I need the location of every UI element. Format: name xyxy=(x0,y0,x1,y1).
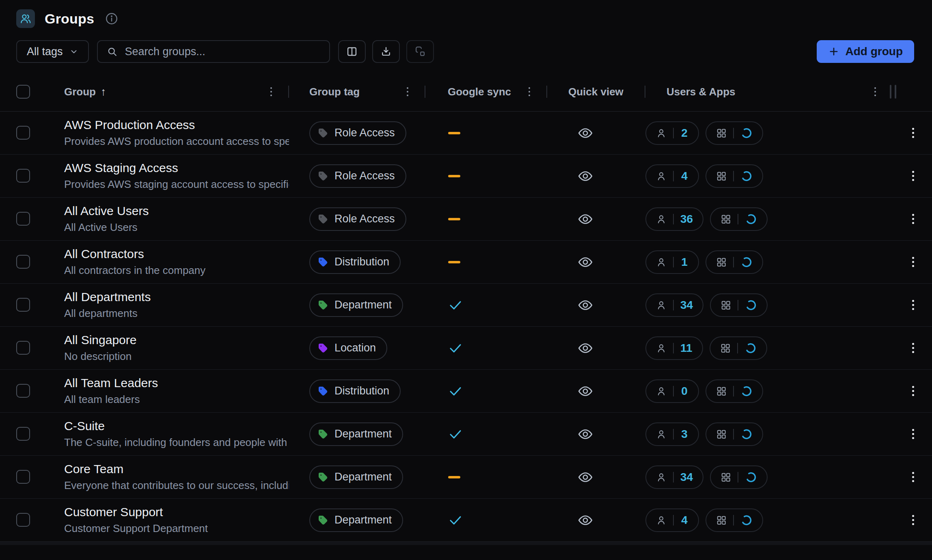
users-count-pill[interactable]: 0 xyxy=(645,379,699,403)
quick-view-eye-icon[interactable] xyxy=(578,256,593,268)
row-checkbox[interactable] xyxy=(16,169,30,183)
quick-view-eye-icon[interactable] xyxy=(578,213,593,225)
column-header-users-apps[interactable]: Users & Apps xyxy=(645,72,932,111)
manage-columns-button[interactable] xyxy=(338,40,366,63)
users-count-pill[interactable]: 4 xyxy=(645,164,699,188)
row-checkbox[interactable] xyxy=(16,470,30,484)
quick-view-eye-icon[interactable] xyxy=(578,386,593,397)
row-actions-menu-button[interactable] xyxy=(909,297,917,313)
row-checkbox[interactable] xyxy=(16,298,30,312)
row-checkbox[interactable] xyxy=(16,126,30,140)
quick-view-eye-icon[interactable] xyxy=(578,127,593,139)
row-actions-menu-button[interactable] xyxy=(909,254,917,270)
group-tag-pill[interactable]: Department xyxy=(309,465,403,489)
table-row[interactable]: C-Suite The C-suite, including founders … xyxy=(0,413,932,456)
group-tag-pill[interactable]: Role Access xyxy=(309,207,406,231)
row-checkbox[interactable] xyxy=(16,212,30,226)
users-count-pill[interactable]: 11 xyxy=(645,336,703,360)
quick-view-eye-icon[interactable] xyxy=(578,472,593,483)
group-tag-pill[interactable]: Department xyxy=(309,293,403,317)
quick-view-eye-icon[interactable] xyxy=(578,170,593,182)
column-header-group[interactable]: Group ↑ xyxy=(48,72,289,111)
group-tag-pill[interactable]: Role Access xyxy=(309,121,406,145)
row-checkbox[interactable] xyxy=(16,341,30,355)
group-cell[interactable]: Core Team Everyone that contributes to o… xyxy=(48,462,289,492)
users-count-pill[interactable]: 3 xyxy=(645,422,699,446)
quick-view-eye-icon[interactable] xyxy=(578,299,593,311)
column-header-group-tag[interactable]: Group tag xyxy=(289,72,425,111)
apps-pill[interactable] xyxy=(710,465,768,489)
group-cell[interactable]: All Departments All departments xyxy=(48,290,289,320)
row-checkbox[interactable] xyxy=(16,384,30,398)
info-icon[interactable] xyxy=(105,12,119,26)
row-checkbox[interactable] xyxy=(16,427,30,441)
apps-pill[interactable] xyxy=(710,293,768,317)
apps-pill[interactable] xyxy=(705,164,763,188)
group-tag-pill[interactable]: Distribution xyxy=(309,379,401,403)
group-tag-pill[interactable]: Department xyxy=(309,422,403,446)
group-cell[interactable]: All Active Users All Active Users xyxy=(48,204,289,234)
row-checkbox[interactable] xyxy=(16,255,30,269)
apps-pill[interactable] xyxy=(705,422,763,446)
users-count-pill[interactable]: 2 xyxy=(645,121,699,145)
table-bottom-strip xyxy=(0,542,932,545)
group-cell[interactable]: All Contractors All contractors in the c… xyxy=(48,247,289,277)
table-row[interactable]: All Team Leaders All team leaders Distri… xyxy=(0,370,932,413)
users-count-pill[interactable]: 34 xyxy=(645,465,703,489)
users-count-pill[interactable]: 4 xyxy=(645,508,699,532)
row-actions-menu-button[interactable] xyxy=(909,383,917,399)
group-tag-pill[interactable]: Location xyxy=(309,336,387,360)
group-tag-pill[interactable]: Distribution xyxy=(309,250,401,274)
column-header-google-sync[interactable]: Google sync xyxy=(425,72,547,111)
users-count-pill[interactable]: 34 xyxy=(645,293,703,317)
row-actions-menu-button[interactable] xyxy=(909,469,917,485)
table-row[interactable]: Customer Support Customer Support Depart… xyxy=(0,499,932,542)
apps-pill[interactable] xyxy=(710,336,767,360)
search-input[interactable] xyxy=(125,45,320,58)
users-count-pill[interactable]: 36 xyxy=(645,207,703,231)
row-actions-menu-button[interactable] xyxy=(909,125,917,141)
table-row[interactable]: AWS Production Access Provides AWS produ… xyxy=(0,112,932,155)
group-cell[interactable]: All Team Leaders All team leaders xyxy=(48,376,289,406)
column-header-quick-view[interactable]: Quick view xyxy=(547,72,645,111)
group-column-menu-button[interactable] xyxy=(267,84,275,99)
row-actions-menu-button[interactable] xyxy=(909,168,917,184)
select-all-checkbox[interactable] xyxy=(16,85,30,99)
group-tag-pill[interactable]: Role Access xyxy=(309,164,406,188)
apps-pill[interactable] xyxy=(705,379,763,403)
table-row[interactable]: All Active Users All Active Users Role A… xyxy=(0,198,932,241)
table-row[interactable]: Core Team Everyone that contributes to o… xyxy=(0,456,932,499)
apps-pill[interactable] xyxy=(705,250,763,274)
row-actions-menu-button[interactable] xyxy=(909,211,917,227)
apps-pill[interactable] xyxy=(710,207,768,231)
google-sync-column-menu-button[interactable] xyxy=(525,84,533,99)
group-cell[interactable]: C-Suite The C-suite, including founders … xyxy=(48,419,289,449)
group-tag-pill[interactable]: Department xyxy=(309,508,403,532)
row-actions-menu-button[interactable] xyxy=(909,426,917,442)
apps-pill[interactable] xyxy=(705,508,763,532)
table-options-menu-button[interactable] xyxy=(871,84,879,99)
row-checkbox[interactable] xyxy=(16,513,30,527)
table-row[interactable]: All Contractors All contractors in the c… xyxy=(0,241,932,284)
row-actions-menu-button[interactable] xyxy=(909,512,917,528)
group-cell[interactable]: AWS Production Access Provides AWS produ… xyxy=(48,118,289,148)
users-count-pill[interactable]: 1 xyxy=(645,250,699,274)
group-cell[interactable]: All Singapore No description xyxy=(48,333,289,363)
export-button[interactable] xyxy=(372,40,400,63)
copy-groups-button[interactable] xyxy=(406,40,434,63)
table-row[interactable]: All Singapore No description Location xyxy=(0,327,932,370)
table-row[interactable]: AWS Staging Access Provides AWS staging … xyxy=(0,155,932,198)
table-row[interactable]: All Departments All departments Departme… xyxy=(0,284,932,327)
pinned-column-handle[interactable] xyxy=(890,85,896,99)
group-name: All Departments xyxy=(64,290,289,304)
group-cell[interactable]: Customer Support Customer Support Depart… xyxy=(48,505,289,535)
quick-view-eye-icon[interactable] xyxy=(578,342,593,354)
add-group-button[interactable]: Add group xyxy=(817,40,914,63)
group-cell[interactable]: AWS Staging Access Provides AWS staging … xyxy=(48,161,289,191)
apps-pill[interactable] xyxy=(705,121,763,145)
quick-view-eye-icon[interactable] xyxy=(578,515,593,526)
quick-view-eye-icon[interactable] xyxy=(578,429,593,440)
group-tag-column-menu-button[interactable] xyxy=(403,84,412,99)
row-actions-menu-button[interactable] xyxy=(909,340,917,356)
tags-filter-dropdown[interactable]: All tags xyxy=(16,40,89,63)
